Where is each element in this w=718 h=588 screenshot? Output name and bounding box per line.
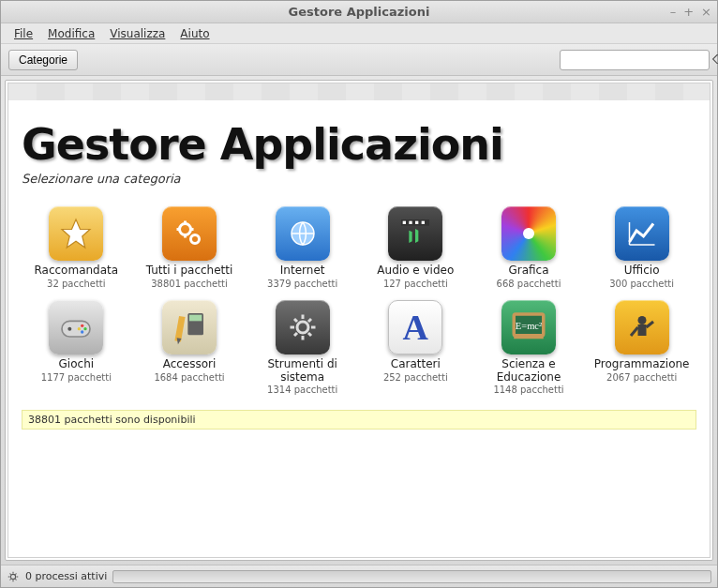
svg-rect-21 (189, 314, 202, 321)
category-count: 252 pacchetti (383, 372, 448, 383)
window-title: Gestore Applicazioni (289, 5, 430, 19)
svg-rect-27 (514, 336, 544, 339)
window-controls: – + × (670, 5, 711, 19)
categories-button[interactable]: Categorie (8, 50, 78, 70)
menu-view[interactable]: Visualizza (104, 25, 171, 42)
page-subtitle: Selezionare una categoria (22, 172, 696, 186)
statusbar: 0 processi attivi (1, 565, 717, 587)
category-label: Caratteri (391, 358, 441, 371)
menubar: File Modifica Visualizza Aiuto (1, 23, 717, 44)
svg-marker-2 (62, 219, 90, 248)
category-science-education[interactable]: E=mc² Scienza e Educazione 1148 pacchett… (474, 298, 584, 398)
font-icon: A (388, 300, 442, 354)
search-box[interactable]: ⌫ (560, 50, 710, 70)
menu-help[interactable]: Aiuto (174, 25, 215, 42)
toolbar: Categorie ⌫ (1, 44, 717, 76)
accessories-icon (162, 300, 217, 354)
category-count: 1684 pacchetti (154, 372, 224, 383)
category-count: 38801 pacchetti (151, 279, 228, 289)
category-system-tools[interactable]: Strumenti di sistema 1314 pacchetti (247, 298, 357, 398)
category-grid: Raccomandata 32 pacchetti Tutti i pacche… (22, 204, 696, 397)
category-graphics[interactable]: Grafica 668 pacchetti (474, 204, 584, 291)
svg-rect-8 (410, 221, 412, 224)
svg-point-17 (84, 327, 87, 330)
globe-icon (276, 206, 330, 261)
category-label: Grafica (508, 264, 548, 278)
svg-point-11 (523, 228, 534, 239)
svg-rect-22 (174, 316, 185, 341)
category-label: Raccomandata (35, 264, 119, 278)
processes-text: 0 processi attivi (25, 570, 107, 582)
svg-rect-9 (415, 221, 418, 224)
svg-rect-29 (637, 324, 646, 336)
svg-point-28 (637, 316, 646, 324)
category-count: 3379 pacchetti (267, 279, 337, 289)
svg-point-3 (179, 224, 190, 235)
category-label: Tutti i pacchetti (146, 264, 233, 278)
category-label: Ufficio (624, 264, 660, 278)
category-count: 1177 pacchetti (41, 372, 112, 383)
svg-text:E=mc²: E=mc² (516, 321, 542, 331)
category-games[interactable]: Giochi 1177 pacchetti (22, 298, 131, 398)
clear-search-icon[interactable]: ⌫ (712, 53, 718, 67)
chart-icon (615, 206, 669, 261)
category-accessories[interactable]: Accessori 1684 pacchetti (135, 298, 245, 398)
svg-rect-10 (422, 221, 425, 224)
svg-rect-7 (403, 221, 406, 224)
gear-icon (276, 300, 330, 354)
titlebar: Gestore Applicazioni – + × (1, 1, 717, 23)
category-internet[interactable]: Internet 3379 pacchetti (247, 204, 357, 291)
category-count: 2067 pacchetti (606, 372, 677, 383)
svg-line-30 (631, 327, 638, 336)
content-inner: Gestore Applicazioni Selezionare una cat… (7, 83, 711, 558)
star-icon (49, 206, 103, 261)
blackboard-icon: E=mc² (501, 300, 556, 354)
svg-point-32 (10, 574, 15, 579)
page-title: Gestore Applicazioni (22, 119, 696, 170)
construction-icon (615, 300, 669, 354)
app-window: Gestore Applicazioni – + × File Modifica… (0, 0, 718, 588)
maximize-button[interactable]: + (683, 5, 694, 19)
category-label: Giochi (59, 358, 95, 371)
color-wheel-icon (501, 206, 556, 261)
category-label: Audio e video (377, 264, 454, 278)
media-icon (388, 206, 442, 261)
available-packages-strip: 38801 pacchetti sono disponibili (22, 410, 696, 430)
search-input[interactable] (564, 53, 712, 67)
category-count: 1314 pacchetti (267, 384, 337, 395)
close-button[interactable]: × (701, 5, 711, 19)
svg-line-31 (646, 322, 653, 327)
progress-bar (112, 570, 711, 583)
category-label: Accessori (163, 358, 217, 371)
category-fonts[interactable]: A Caratteri 252 pacchetti (361, 298, 471, 398)
category-label: Internet (280, 264, 325, 278)
category-count: 300 pacchetti (609, 279, 674, 289)
svg-point-15 (68, 326, 72, 330)
category-label: Strumenti di sistema (251, 358, 354, 384)
svg-point-19 (78, 327, 81, 330)
decorative-stripe (8, 83, 710, 100)
category-audio-video[interactable]: Audio e video 127 pacchetti (361, 204, 471, 291)
category-count: 668 pacchetti (497, 279, 561, 289)
svg-point-4 (190, 235, 199, 244)
category-label: Scienza e Educazione (477, 358, 580, 384)
processes-gear-icon (7, 570, 20, 583)
category-programming[interactable]: Programmazione 2067 pacchetti (587, 298, 696, 398)
gamepad-icon (49, 300, 103, 354)
category-count: 32 pacchetti (47, 279, 106, 289)
category-all-packages[interactable]: Tutti i pacchetti 38801 pacchetti (135, 204, 245, 291)
menu-edit[interactable]: Modifica (42, 25, 100, 42)
category-office[interactable]: Ufficio 300 pacchetti (587, 204, 696, 291)
svg-point-16 (81, 324, 83, 326)
svg-point-24 (297, 322, 308, 333)
category-label: Programmazione (594, 358, 690, 371)
svg-point-18 (81, 330, 83, 333)
category-count: 1148 pacchetti (493, 384, 563, 395)
content-area: Gestore Applicazioni Selezionare una cat… (1, 76, 717, 565)
category-recommended[interactable]: Raccomandata 32 pacchetti (22, 204, 131, 291)
menu-file[interactable]: File (8, 25, 38, 42)
content-frame: Gestore Applicazioni Selezionare una cat… (5, 80, 713, 561)
category-count: 127 pacchetti (383, 279, 448, 289)
minimize-button[interactable]: – (670, 5, 677, 19)
gears-icon (162, 206, 217, 261)
